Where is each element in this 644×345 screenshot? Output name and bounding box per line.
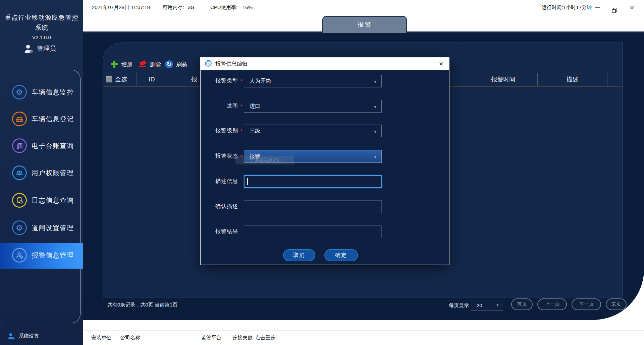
form-row-alarm-level: 报警级别 * 三级 ▼ [201, 125, 449, 137]
sidebar-item-log-query[interactable]: 日志信息查询 [0, 192, 83, 210]
gate-select[interactable]: 进口 ▼ [244, 100, 382, 113]
chevron-down-icon: ▼ [496, 303, 499, 307]
column-header-id[interactable]: ID [137, 73, 167, 86]
chevron-down-icon: ▼ [373, 129, 377, 134]
per-page-label: 每页显示 [449, 302, 469, 309]
dialog-title: 报警信息编辑 [215, 61, 248, 68]
eraser-icon [139, 61, 147, 68]
cpu-label: CPU使用率: [210, 4, 237, 11]
car-icon [12, 112, 27, 126]
column-header-tail [607, 73, 623, 86]
cancel-button[interactable]: 取消 [283, 249, 315, 261]
required-mark: * [240, 128, 243, 134]
confirm-description-input[interactable] [244, 200, 382, 213]
refresh-icon: ↻ [165, 60, 173, 68]
text-caret [247, 178, 248, 185]
plus-icon [111, 61, 118, 68]
column-header-alarm-time[interactable]: 报警时间 [469, 73, 538, 86]
last-page-button[interactable]: 末页 [606, 298, 627, 310]
prev-page-button[interactable]: 上一页 [537, 298, 567, 310]
users-icon [12, 165, 27, 180]
delete-button[interactable]: 删除 [139, 58, 161, 70]
person-check-icon [12, 248, 27, 263]
app-title: 重点行业移动源应急管控系统 [5, 13, 78, 33]
sidebar-item-alarm-management[interactable]: 报警信息管理 [0, 243, 83, 269]
required-mark: * [240, 78, 243, 84]
install-unit-value: 公司名称 [120, 335, 140, 341]
app-version: V2.1.0.0 [0, 34, 83, 40]
form-row-alarm-result: 报警结果 [201, 225, 449, 238]
chevron-down-icon: ▼ [373, 79, 377, 84]
per-page-select[interactable]: 20 ▼ [471, 300, 503, 310]
admin-row: ⚙ 管理员 [0, 42, 83, 56]
admin-user-icon: ⚙ [23, 43, 34, 56]
required-mark: * [240, 103, 243, 109]
form-row-description: 描述信息 [201, 175, 449, 188]
svg-text:⚙: ⚙ [12, 337, 15, 340]
datetime-text: 2021年07月28日 11:07:18 [92, 4, 150, 11]
documents-icon [12, 138, 27, 153]
first-page-button[interactable]: 首页 [511, 298, 533, 310]
select-all-checkbox[interactable] [106, 76, 112, 82]
runtime-text: 运行时间:1小时17分钟 [542, 4, 592, 11]
refresh-button[interactable]: ↻ 刷新 [165, 58, 187, 70]
close-window-icon[interactable]: ✕ [627, 3, 637, 12]
select-all-header: 全选 [103, 73, 137, 86]
ghost-tooltip: 全屏幕截图(S) [235, 156, 294, 164]
column-header-description[interactable]: 描述 [538, 73, 607, 86]
minimize-icon[interactable] [592, 3, 602, 12]
description-input[interactable] [244, 175, 382, 188]
admin-user-label: 管理员 [37, 44, 56, 53]
install-unit-label: 安装单位: [91, 335, 113, 341]
form-row-gate: 道闸 * 进口 ▼ [201, 100, 449, 113]
status-divider [83, 331, 644, 331]
select-all-label: 全选 [115, 75, 127, 83]
log-icon [12, 193, 27, 208]
gear-icon: ⚙ [12, 220, 27, 235]
alarm-result-input[interactable] [244, 225, 382, 238]
next-page-button[interactable]: 下一页 [572, 298, 601, 310]
record-summary: 共有0条记录，共0页 当前第1页 [107, 302, 177, 308]
sidebar-item-vehicle-monitor[interactable]: ⚙ 车辆信息监控 [0, 83, 83, 102]
form-row-confirm-description: 确认描述 [201, 200, 449, 213]
sidebar-item-user-permissions[interactable]: 用户权限管理 [0, 164, 83, 183]
memory-label: 可用内存: [163, 4, 184, 11]
gear-icon: ⚙ [12, 85, 27, 99]
sidebar-item-vehicle-register[interactable]: 车辆信息登记 [0, 110, 83, 129]
app-window: 重点行业移动源应急管控系统 V2.1.0.0 ⚙ 管理员 ⚙ 车辆信息监控 [0, 0, 644, 345]
add-button[interactable]: 增加 [111, 58, 132, 70]
chevron-down-icon: ▼ [373, 105, 377, 109]
memory-value: 3G [188, 4, 195, 10]
dialog-close-icon[interactable]: ✕ [437, 60, 445, 68]
form-row-alarm-type: 报警类型 * 人为开岗 ▼ [201, 75, 449, 87]
statusbar: 安装单位: 公司名称 监管平台: 连接失败..点击重连 [83, 320, 644, 345]
alarm-edit-dialog: 报警信息编辑 ✕ 报警类型 * 人为开岗 ▼ 道闸 * 进口 ▼ 报警级别 * … [200, 57, 449, 265]
platform-label: 监管平台: [201, 335, 223, 341]
sidebar: 重点行业移动源应急管控系统 V2.1.0.0 ⚙ 管理员 ⚙ 车辆信息监控 [0, 0, 83, 345]
cpu-value: 16% [243, 4, 253, 10]
system-settings[interactable]: ⚙ 系统设置 [0, 330, 83, 342]
svg-text:⚙: ⚙ [29, 49, 33, 54]
tab-alarm[interactable]: 报警 [322, 16, 407, 33]
alarm-type-select[interactable]: 人为开岗 ▼ [244, 75, 382, 87]
chevron-down-icon: ▼ [373, 155, 377, 159]
dialog-titlebar[interactable]: 报警信息编辑 ✕ [201, 58, 449, 70]
settings-person-gear-icon: ⚙ [7, 332, 16, 342]
platform-reconnect-link[interactable]: 连接失败..点击重连 [232, 335, 275, 341]
ok-button[interactable]: 确定 [324, 249, 358, 261]
sidebar-item-ledger-query[interactable]: 电子台账查询 [0, 137, 83, 156]
per-page-value: 20 [477, 302, 482, 308]
alarm-level-select[interactable]: 三级 ▼ [244, 125, 382, 137]
dialog-spiral-icon [205, 60, 212, 68]
restore-icon[interactable] [610, 3, 619, 12]
sidebar-item-gate-settings[interactable]: ⚙ 道闸设置管理 [0, 219, 83, 238]
